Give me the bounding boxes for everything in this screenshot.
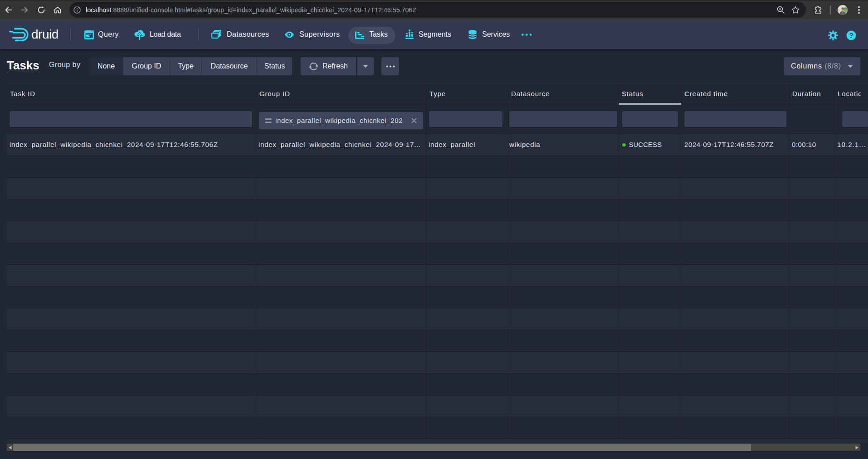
svg-text:?: ? [849,31,853,39]
